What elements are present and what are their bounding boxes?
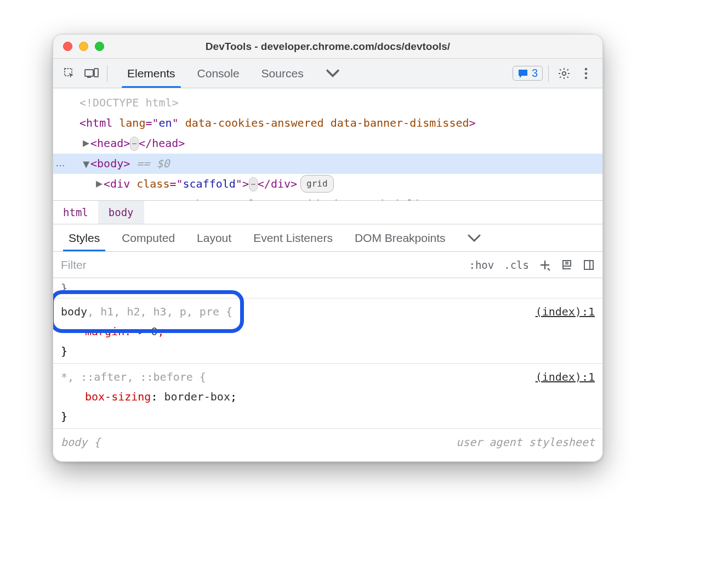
dom-head[interactable]: ▶<head>⋯</head> — [53, 133, 602, 154]
close-window-button[interactable] — [63, 42, 72, 51]
issues-count: 3 — [532, 67, 538, 80]
tab-sources[interactable]: Sources — [251, 59, 315, 88]
settings-gear-icon[interactable] — [554, 64, 574, 83]
minimize-window-button[interactable] — [79, 42, 88, 51]
styles-filter-bar: :hov .cls — [53, 252, 602, 278]
crumb-body[interactable]: body — [99, 201, 144, 224]
new-rule-icon[interactable] — [539, 259, 551, 271]
prev-rule-closing: } — [53, 278, 602, 298]
window-title: DevTools - developer.chrome.com/docs/dev… — [53, 41, 602, 53]
svg-rect-3 — [94, 69, 98, 77]
source-link[interactable]: (index):1 — [536, 302, 595, 321]
css-decl-margin[interactable]: margin: ▸ 0; — [61, 321, 595, 341]
css-rule-2[interactable]: (index):1 *, ::after, ::before { box-siz… — [53, 364, 602, 429]
svg-rect-2 — [87, 77, 91, 78]
inspect-element-icon[interactable] — [60, 64, 79, 83]
filter-actions: :hov .cls — [469, 259, 602, 271]
styles-pane[interactable]: } (index):1 body, h1, h2, h3, p, pre { m… — [53, 278, 602, 461]
separator — [107, 65, 107, 82]
dom-tree[interactable]: <!DOCTYPE html> <html lang="en" data-coo… — [53, 88, 602, 200]
hov-toggle[interactable]: :hov — [469, 259, 494, 271]
cls-toggle[interactable]: .cls — [504, 259, 529, 271]
toolbar: Elements Console Sources 3 — [53, 59, 602, 88]
traffic-lights — [63, 42, 104, 51]
maximize-window-button[interactable] — [95, 42, 104, 51]
issues-button[interactable]: 3 — [513, 66, 543, 81]
subtabs-overflow[interactable] — [457, 224, 492, 251]
kebab-menu-icon[interactable] — [576, 64, 596, 83]
dom-html[interactable]: <html lang="en" data-cookies-answered da… — [53, 113, 602, 133]
copy-styles-icon[interactable] — [561, 259, 573, 271]
svg-rect-1 — [85, 70, 93, 76]
dom-body-selected[interactable]: ▶<body> == $0 — [53, 154, 602, 174]
subtab-layout[interactable]: Layout — [186, 224, 242, 251]
svg-rect-9 — [584, 261, 593, 269]
titlebar: DevTools - developer.chrome.com/docs/dev… — [53, 35, 602, 59]
svg-point-4 — [562, 71, 566, 75]
separator — [548, 65, 549, 82]
breadcrumb: html body — [53, 200, 602, 224]
dom-doctype[interactable]: <!DOCTYPE html> — [53, 93, 602, 113]
subtab-computed[interactable]: Computed — [111, 224, 186, 251]
tabs-overflow[interactable] — [315, 59, 351, 88]
device-toolbar-icon[interactable] — [82, 64, 101, 83]
devtools-window: DevTools - developer.chrome.com/docs/dev… — [53, 34, 603, 462]
dom-div-scaffold[interactable]: ▶<div class="scaffold">⋯</div>grid — [53, 174, 602, 194]
svg-point-6 — [585, 72, 588, 75]
subtab-event-listeners[interactable]: Event Listeners — [242, 224, 344, 251]
svg-point-7 — [585, 76, 588, 79]
tab-elements[interactable]: Elements — [116, 59, 186, 88]
ua-stylesheet-label: user agent stylesheet — [456, 432, 595, 452]
source-link[interactable]: (index):1 — [536, 367, 595, 387]
svg-point-5 — [585, 67, 588, 70]
subtab-dom-breakpoints[interactable]: DOM Breakpoints — [344, 224, 457, 251]
css-rule-3-partial[interactable]: user agent stylesheet body { — [53, 429, 602, 454]
css-decl-box-sizing[interactable]: box-sizing: border-box; — [61, 387, 595, 407]
styles-filter-input[interactable] — [53, 252, 469, 278]
main-tabs: Elements Console Sources — [116, 59, 351, 88]
styles-subtabs: Styles Computed Layout Event Listeners D… — [53, 224, 602, 252]
css-rule-1[interactable]: (index):1 body, h1, h2, h3, p, pre { mar… — [53, 298, 602, 364]
tab-console[interactable]: Console — [186, 59, 251, 88]
crumb-html[interactable]: html — [53, 201, 99, 224]
subtab-styles[interactable]: Styles — [58, 224, 111, 251]
grid-badge[interactable]: grid — [300, 175, 334, 193]
dom-announcement-banner[interactable]: ▶<announcement-banner class="cookie-bann… — [53, 194, 602, 200]
computed-sidebar-icon[interactable] — [583, 259, 595, 271]
